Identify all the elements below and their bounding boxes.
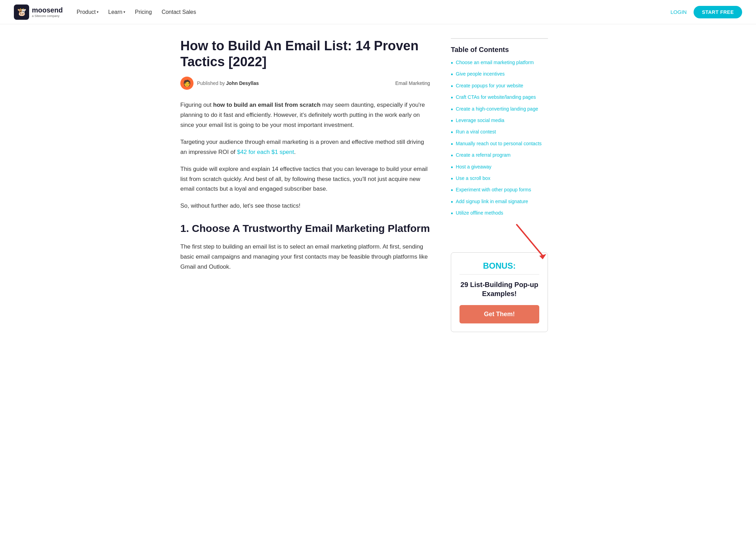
nav-links: Product ▾ Learn ▾ Pricing Contact Sales [77, 9, 671, 15]
bonus-button[interactable]: Get Them! [459, 305, 539, 323]
table-of-contents: Table of Contents • Choose an email mark… [451, 38, 548, 218]
toc-link-4[interactable]: Craft CTAs for website/landing pages [456, 94, 536, 101]
bonus-divider [459, 274, 539, 275]
author-name: John Desyllas [226, 80, 259, 86]
logo-name: moosend [32, 6, 63, 14]
roi-link[interactable]: $42 for each $1 spent [237, 149, 294, 155]
list-item: • Craft CTAs for website/landing pages [451, 94, 548, 102]
toc-bullet-6: • [451, 117, 453, 125]
toc-link-11[interactable]: Use a scroll box [456, 175, 490, 182]
login-button[interactable]: LOGIN [670, 9, 687, 15]
toc-bullet-4: • [451, 94, 453, 102]
toc-link-2[interactable]: Give people incentives [456, 71, 505, 78]
nav-learn[interactable]: Learn ▾ [108, 9, 125, 15]
list-item: • Choose an email marketing platform [451, 59, 548, 67]
list-item: • Add signup link in email signature [451, 198, 548, 206]
logo[interactable]: 🐮 moosend a Sitecore company [14, 5, 63, 20]
intro-paragraph-3: This guide will explore and explain 14 e… [180, 164, 430, 194]
toc-bullet-11: • [451, 175, 453, 183]
toc-link-6[interactable]: Leverage social media [456, 117, 504, 124]
section-1-paragraph-1: The first step to building an email list… [180, 242, 430, 272]
product-chevron-icon: ▾ [97, 10, 98, 14]
section-1-heading: 1. Choose A Trustworthy Email Marketing … [180, 222, 430, 235]
list-item: • Create a high-converting landing page [451, 106, 548, 114]
toc-link-9[interactable]: Create a referral program [456, 152, 510, 159]
main-content: How to Build An Email List: 14 Proven Ta… [180, 38, 430, 332]
list-item: • Host a giveaway [451, 164, 548, 172]
toc-bullet-12: • [451, 187, 453, 194]
toc-bullet-10: • [451, 164, 453, 172]
list-item: • Manually reach out to personal contact… [451, 140, 548, 148]
list-item: • Experiment with other popup forms [451, 187, 548, 194]
toc-bullet-13: • [451, 198, 453, 206]
list-item: • Create a referral program [451, 152, 548, 160]
article-tag: Email Marketing [395, 80, 430, 86]
bonus-description: 29 List-Building Pop-up Examples! [459, 280, 539, 298]
svg-line-0 [517, 225, 543, 256]
toc-list: • Choose an email marketing platform • G… [451, 59, 548, 218]
toc-bullet-14: • [451, 210, 453, 218]
toc-title: Table of Contents [451, 46, 548, 54]
list-item: • Give people incentives [451, 71, 548, 79]
arrow-container [451, 228, 548, 249]
logo-text: moosend a Sitecore company [32, 6, 63, 18]
list-item: • Use a scroll box [451, 175, 548, 183]
logo-sub: a Sitecore company [32, 14, 63, 18]
toc-bullet-2: • [451, 71, 453, 79]
toc-bullet-1: • [451, 59, 453, 67]
main-nav: 🐮 moosend a Sitecore company Product ▾ L… [0, 0, 756, 24]
article-meta: 🧑 Published by John Desyllas Email Marke… [180, 77, 430, 90]
toc-link-14[interactable]: Utilize offline methods [456, 210, 503, 217]
toc-link-8[interactable]: Manually reach out to personal contacts [456, 140, 541, 147]
sidebar: Table of Contents • Choose an email mark… [451, 38, 548, 332]
learn-chevron-icon: ▾ [123, 10, 125, 14]
list-item: • Leverage social media [451, 117, 548, 125]
toc-link-12[interactable]: Experiment with other popup forms [456, 187, 531, 193]
toc-link-7[interactable]: Run a viral contest [456, 129, 496, 136]
author-avatar: 🧑 [180, 77, 194, 90]
intro-paragraph-1: Figuring out how to build an email list … [180, 100, 430, 130]
toc-bullet-9: • [451, 152, 453, 160]
toc-bullet-7: • [451, 129, 453, 137]
nav-product[interactable]: Product ▾ [77, 9, 98, 15]
toc-link-10[interactable]: Host a giveaway [456, 164, 491, 171]
list-item: • Utilize offline methods [451, 210, 548, 218]
toc-link-3[interactable]: Create popups for your website [456, 83, 523, 89]
article-body: Figuring out how to build an email list … [180, 100, 430, 272]
toc-bullet-3: • [451, 83, 453, 90]
toc-bullet-5: • [451, 106, 453, 114]
list-item: • Run a viral contest [451, 129, 548, 137]
nav-contact-sales[interactable]: Contact Sales [162, 9, 196, 15]
toc-link-13[interactable]: Add signup link in email signature [456, 198, 528, 205]
start-free-button[interactable]: START FREE [694, 6, 742, 18]
red-arrow-icon [513, 221, 548, 263]
bonus-box: BONUS: 29 List-Building Pop-up Examples!… [451, 252, 548, 332]
nav-pricing[interactable]: Pricing [135, 9, 152, 15]
toc-link-1[interactable]: Choose an email marketing platform [456, 59, 534, 66]
author-text: Published by John Desyllas [197, 80, 259, 86]
logo-icon: 🐮 [14, 5, 29, 20]
intro-paragraph-2: Targeting your audience through email ma… [180, 137, 430, 157]
page-container: How to Build An Email List: 14 Proven Ta… [170, 24, 586, 346]
toc-bullet-8: • [451, 140, 453, 148]
intro-paragraph-4: So, without further ado, let's see those… [180, 201, 430, 211]
nav-right: LOGIN START FREE [670, 6, 742, 18]
article-title: How to Build An Email List: 14 Proven Ta… [180, 38, 430, 70]
author-info: 🧑 Published by John Desyllas [180, 77, 259, 90]
toc-link-5[interactable]: Create a high-converting landing page [456, 106, 538, 113]
list-item: • Create popups for your website [451, 83, 548, 90]
